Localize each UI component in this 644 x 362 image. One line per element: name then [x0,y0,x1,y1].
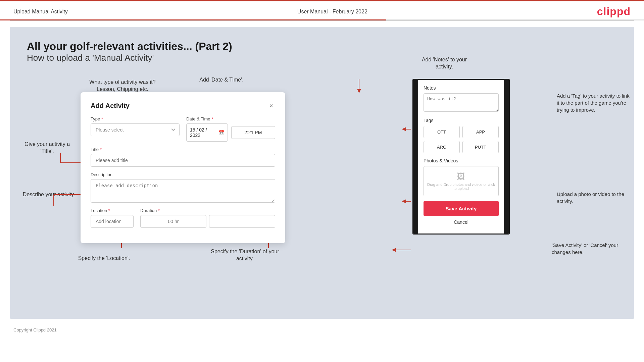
svg-marker-19 [402,199,406,203]
type-datetime-row: Type * Please select Date & Time * 15 / … [91,116,275,142]
header-center-text: User Manual - February 2022 [297,9,367,15]
description-textarea[interactable] [91,179,275,203]
photos-placeholder-text: Drag and Drop photos and videos or click… [427,183,495,191]
notes-section-label: Notes [424,85,499,91]
type-select[interactable]: Please select [91,123,180,136]
tag-putt[interactable]: PUTT [462,141,499,153]
page-title-main: All your golf-relevant activities... (Pa… [27,40,617,53]
phone-panel: Notes Tags OTT APP ARG PUTT Photos & Vid… [412,79,510,235]
date-input[interactable]: 15 / 02 / 2022 📅 [186,123,228,142]
calendar-icon: 📅 [218,130,224,135]
annotation-savecancel: 'Save Activity' or 'Cancel' your changes… [552,242,632,256]
dialog-header: Add Activity × [91,102,275,110]
title-input[interactable] [91,154,275,167]
annotation-duration: Specify the 'Duration' of your activity. [206,248,284,262]
annotation-description: Describe your activity. [19,191,78,198]
annotation-notes: Add 'Notes' to your activity. [416,56,473,70]
tags-section-label: Tags [424,118,499,123]
annotation-type: What type of activity was it? Lesson, Ch… [84,79,161,93]
svg-marker-21 [392,248,396,252]
location-label: Location * [91,208,134,213]
tags-grid: OTT APP ARG PUTT [424,126,499,153]
footer: Copyright Clippd 2021 [0,325,644,335]
tag-app[interactable]: APP [462,126,499,138]
annotation-upload: Upload a photo or video to the activity. [557,191,632,205]
annotation-tags: Add a 'Tag' to your activity to link it … [557,92,632,113]
page-title-sub: How to upload a 'Manual Activity' [27,53,617,63]
save-activity-button[interactable]: Save Activity [424,201,499,216]
annotation-location: Specify the 'Location'. [69,255,139,262]
page-title-block: All your golf-relevant activities... (Pa… [27,40,617,63]
datetime-label: Date & Time * [186,116,275,121]
photo-icon: 🖼 [427,172,495,181]
location-group: Location * [91,208,134,228]
datetime-group: Date & Time * 15 / 02 / 2022 📅 2:21 PM [186,116,275,142]
header-left-text: Upload Manual Activity [13,9,68,15]
notes-textarea[interactable] [424,93,499,112]
duration-inputs [140,215,275,228]
photos-section-label: Photos & Videos [424,158,499,163]
close-button[interactable]: × [267,102,275,110]
tag-arg[interactable]: ARG [424,141,460,153]
type-label: Type * [91,116,180,121]
header: Upload Manual Activity User Manual - Feb… [0,1,644,20]
type-group: Type * Please select [91,116,180,142]
duration-hr-input[interactable] [140,215,206,228]
duration-label: Duration * [140,208,275,213]
phone-right-bar [504,80,509,234]
dialog-title: Add Activity [91,102,130,110]
cancel-link[interactable]: Cancel [424,219,499,228]
main-content: All your golf-relevant activities... (Pa… [10,27,634,319]
description-group: Description [91,172,275,203]
header-divider [10,20,634,21]
title-group: Title * [91,147,275,167]
svg-marker-15 [357,89,361,93]
time-input[interactable]: 2:21 PM [231,126,276,139]
annotation-title: Give your activity a 'Title'. [19,141,75,155]
location-input[interactable] [91,215,134,228]
phone-left-bar [413,80,418,234]
clippd-logo: clippd [597,5,631,18]
description-label: Description [91,172,275,177]
add-activity-dialog: Add Activity × Type * Please select Date… [81,92,285,243]
duration-min-input[interactable] [209,215,275,228]
date-time-inputs: 15 / 02 / 2022 📅 2:21 PM [186,123,275,142]
svg-marker-17 [402,127,406,131]
duration-group: Duration * [140,208,275,228]
phone-content: Notes Tags OTT APP ARG PUTT Photos & Vid… [418,80,504,234]
photos-dropzone[interactable]: 🖼 Drag and Drop photos and videos or cli… [424,166,499,196]
location-duration-row: Location * Duration * [91,208,275,228]
tag-ott[interactable]: OTT [424,126,460,138]
annotation-datetime: Add 'Date & Time'. [181,76,262,84]
title-label: Title * [91,147,275,152]
copyright-text: Copyright Clippd 2021 [13,327,57,332]
